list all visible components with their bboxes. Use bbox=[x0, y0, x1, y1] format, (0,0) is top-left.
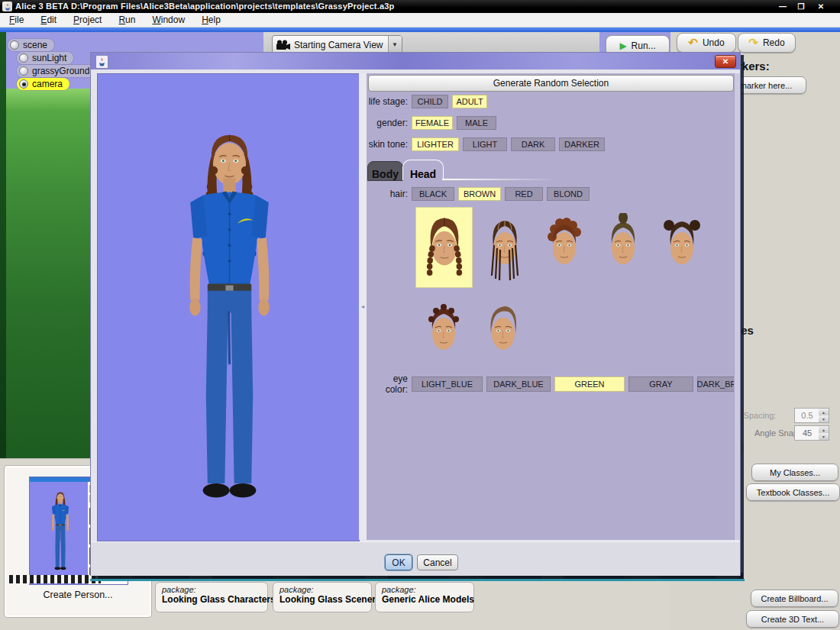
movie-camera-icon bbox=[276, 40, 291, 50]
person-preview-pane[interactable] bbox=[97, 73, 360, 541]
hair-style-thumbnail-short-straight[interactable] bbox=[477, 295, 530, 371]
hair-style-thumbnail-braids[interactable] bbox=[415, 207, 473, 288]
package-name-label: Generic Alice Models bbox=[382, 594, 467, 605]
menu-run[interactable]: Run bbox=[118, 15, 135, 25]
skin-tone-label: skin tone: bbox=[368, 139, 408, 150]
camera-view-label: Starting Camera View bbox=[291, 40, 388, 50]
hair-style-thumbnail-topknot[interactable] bbox=[596, 209, 650, 286]
scene-tree-label: sunLight bbox=[32, 53, 66, 63]
skin-tone-option-dark[interactable]: DARK bbox=[511, 137, 555, 151]
tab-body[interactable]: Body bbox=[367, 161, 403, 181]
angle-snap-value[interactable]: 45 bbox=[794, 425, 820, 441]
scene-tree-item-camera[interactable]: camera bbox=[17, 78, 69, 90]
skin-tone-option-light[interactable]: LIGHT bbox=[463, 137, 507, 151]
chevron-down-icon[interactable]: ▼ bbox=[388, 36, 402, 53]
create-3d-text-button[interactable]: Create 3D Text... bbox=[746, 610, 839, 628]
hair-option-black[interactable]: BLACK bbox=[412, 187, 454, 201]
life-stage-option-adult[interactable]: ADULT bbox=[452, 95, 487, 108]
gender-option-male[interactable]: MALE bbox=[457, 116, 496, 130]
mini-person-figure bbox=[44, 491, 77, 577]
skin-tone-option-lighter[interactable]: LIGHTER bbox=[412, 137, 459, 151]
grid-spacing-value[interactable]: 0.5 bbox=[794, 408, 820, 423]
thumbnail-dots-row bbox=[9, 575, 101, 583]
menu-help[interactable]: Help bbox=[202, 15, 221, 25]
eye-color-label: eye color: bbox=[368, 373, 408, 395]
straight-head-icon bbox=[480, 299, 526, 367]
person-builder-dialog: ✕ ◂ Generate Random Selection life stage… bbox=[90, 52, 741, 576]
hair-option-blond[interactable]: BLOND bbox=[547, 187, 590, 201]
hair-row: hair: BLACK BROWN RED BLOND bbox=[368, 187, 590, 201]
run-label: Run... bbox=[632, 40, 656, 51]
menu-file[interactable]: File bbox=[9, 15, 24, 25]
angle-snap-spinner[interactable]: ▲▼ bbox=[819, 425, 829, 441]
menu-project[interactable]: Project bbox=[73, 15, 102, 25]
package-name-label: Looking Glass Characters bbox=[162, 594, 261, 605]
eye-color-option-gray[interactable]: GRAY bbox=[628, 376, 693, 392]
skin-tone-option-darker[interactable]: DARKER bbox=[559, 137, 605, 151]
play-icon: ▶ bbox=[619, 40, 626, 51]
alice-app-icon bbox=[2, 2, 12, 11]
radio-selected-icon bbox=[19, 79, 28, 89]
eye-color-option-green[interactable]: GREEN bbox=[554, 376, 625, 392]
person-figure bbox=[151, 123, 308, 535]
spin-down-icon[interactable]: ▼ bbox=[819, 415, 829, 422]
grid-spacing-spinner[interactable]: ▲▼ bbox=[819, 408, 829, 423]
gender-row: gender: FEMALE MALE bbox=[368, 116, 496, 130]
spin-up-icon[interactable]: ▲ bbox=[819, 426, 829, 433]
menu-edit[interactable]: Edit bbox=[40, 15, 57, 25]
package-tab-generic-alice-models[interactable]: package: Generic Alice Models bbox=[375, 582, 474, 612]
hair-style-thumbnail-short-curly[interactable] bbox=[538, 209, 591, 286]
radio-icon bbox=[19, 53, 28, 63]
redo-button[interactable]: ↷ Redo bbox=[738, 33, 796, 53]
cornrows-head-icon bbox=[482, 213, 528, 282]
radio-icon bbox=[10, 40, 19, 50]
textbook-classes-button[interactable]: Textbook Classes... bbox=[746, 483, 840, 501]
gallery-accent-line bbox=[90, 579, 745, 581]
spin-down-icon[interactable]: ▼ bbox=[819, 433, 829, 440]
gender-option-female[interactable]: FEMALE bbox=[412, 116, 453, 130]
dialog-scrollbar[interactable] bbox=[734, 73, 740, 540]
menu-bar: File Edit Project Run Window Help bbox=[0, 13, 840, 27]
dialog-close-icon[interactable]: ✕ bbox=[715, 55, 736, 68]
scene-tree-item-grassyground[interactable]: grassyGround bbox=[17, 65, 96, 77]
my-classes-button[interactable]: My Classes... bbox=[751, 464, 838, 481]
split-divider-handle[interactable]: ◂ bbox=[359, 73, 367, 540]
redo-label: Redo bbox=[763, 37, 785, 48]
package-tab-looking-glass-scenery[interactable]: package: Looking Glass Scenery bbox=[273, 582, 372, 612]
hair-option-red[interactable]: RED bbox=[505, 187, 543, 201]
buns-head-icon bbox=[659, 213, 705, 282]
ok-button[interactable]: OK bbox=[385, 554, 412, 570]
create-person-label: Create Person... bbox=[6, 590, 150, 600]
camera-markers-heading-fragment: rkers: bbox=[738, 60, 770, 73]
hair-option-brown[interactable]: BROWN bbox=[458, 187, 501, 201]
minimize-icon[interactable]: — bbox=[776, 2, 790, 11]
scene-tree-item-scene[interactable]: scene bbox=[8, 39, 54, 51]
scene-tree-label: camera bbox=[32, 79, 63, 89]
life-stage-label: life stage: bbox=[368, 96, 408, 107]
alice-application-window: Alice 3 BETA D:\Program Files\Alice3Beta… bbox=[0, 0, 840, 630]
person-options-pane: Generate Random Selection life stage: CH… bbox=[367, 73, 734, 540]
create-billboard-button[interactable]: Create Billboard... bbox=[751, 590, 838, 607]
life-stage-option-child[interactable]: CHILD bbox=[412, 95, 448, 108]
hair-style-thumbnail-double-buns[interactable] bbox=[655, 209, 709, 286]
hair-style-thumbnail-cornrows-long-braids[interactable] bbox=[478, 209, 531, 286]
scene-tree-label: grassyGround bbox=[32, 66, 89, 76]
window-title: Alice 3 BETA D:\Program Files\Alice3Beta… bbox=[15, 2, 394, 11]
eye-color-option-light-blue[interactable]: LIGHT_BLUE bbox=[412, 376, 483, 392]
skin-tone-row: skin tone: LIGHTER LIGHT DARK DARKER bbox=[368, 137, 605, 151]
scene-tree-item-sunlight[interactable]: sunLight bbox=[17, 52, 73, 64]
eye-color-option-dark-brown[interactable]: DARK_BROW bbox=[697, 376, 734, 392]
undo-button[interactable]: ↶ Undo bbox=[677, 33, 736, 53]
menu-window[interactable]: Window bbox=[152, 15, 185, 25]
eye-color-option-dark-blue[interactable]: DARK_BLUE bbox=[486, 376, 551, 392]
java-cup-icon bbox=[95, 55, 108, 69]
close-icon[interactable]: ✕ bbox=[814, 2, 828, 11]
generate-random-button[interactable]: Generate Random Selection bbox=[368, 75, 734, 92]
hair-style-thumbnail-bantu-knots[interactable] bbox=[417, 295, 470, 371]
cancel-button[interactable]: Cancel bbox=[417, 554, 458, 570]
tab-head[interactable]: Head bbox=[402, 160, 444, 180]
package-tab-looking-glass-characters[interactable]: package: Looking Glass Characters bbox=[155, 582, 268, 612]
restore-icon[interactable]: ❐ bbox=[794, 2, 808, 11]
dialog-title-bar[interactable]: ✕ bbox=[91, 53, 740, 69]
spin-up-icon[interactable]: ▲ bbox=[819, 409, 829, 415]
